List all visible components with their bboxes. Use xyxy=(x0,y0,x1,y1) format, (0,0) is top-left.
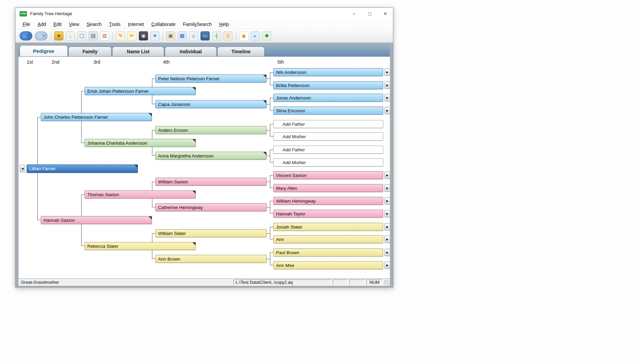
generation-label-5: 5th xyxy=(277,59,284,65)
tab-name-list[interactable]: Name List xyxy=(112,47,164,56)
person-box-ann-mee[interactable]: Ann Mee xyxy=(273,261,383,269)
person-box-hannah-taylor[interactable]: Hannah Taylor xyxy=(273,210,383,218)
expand-arrow-button[interactable]: ▶ xyxy=(385,197,390,205)
slideshow-icon: ▭ xyxy=(203,33,207,39)
menu-familysearch[interactable]: FamilySearch xyxy=(179,20,216,29)
arrow-right-icon: ▶ xyxy=(386,186,389,190)
minimize-button[interactable]: − xyxy=(346,8,362,20)
import-button[interactable]: ↓ xyxy=(66,31,75,40)
statusbar-panel xyxy=(349,279,365,285)
reports-button[interactable]: ▥ xyxy=(100,31,109,40)
clipboard-button[interactable]: ▣ xyxy=(166,31,175,40)
connector-stub xyxy=(267,79,270,79)
chart-view-button[interactable]: ┼ xyxy=(212,31,221,40)
person-box-ann[interactable]: Ann xyxy=(273,235,383,243)
open-file-button[interactable]: ▼ xyxy=(54,31,63,40)
expand-arrow-button[interactable]: ▶ xyxy=(385,184,390,192)
menu-view[interactable]: View xyxy=(65,20,83,29)
tab-individual[interactable]: Individual xyxy=(165,47,217,56)
person-box-nils-andersson[interactable]: Nils Andersson xyxy=(273,68,383,76)
add-mother-button[interactable]: Add Mother xyxy=(273,158,383,166)
expand-arrow-button[interactable]: ▶ xyxy=(385,68,390,76)
person-box-erick-johan-pettersson-farner[interactable]: Erick Johan Pettersson Farner xyxy=(85,87,196,95)
family-group-button[interactable]: ☺ xyxy=(189,31,198,40)
person-box-josiah-slater[interactable]: Josiah Slater xyxy=(273,223,383,231)
person-box-jonas-andersson[interactable]: Jonas Andersson xyxy=(273,94,383,102)
person-box-lillian-farner[interactable]: Lillian Farner xyxy=(27,164,138,173)
menu-help[interactable]: Help xyxy=(215,20,233,29)
print-preview-button[interactable]: ▢ xyxy=(77,31,86,40)
person-box-stina-ericsson[interactable]: Stina Ericsson xyxy=(273,107,383,115)
add-mother-button[interactable]: Add Mother xyxy=(273,132,383,141)
person-box-anna-margretha-andersson[interactable]: Anna Margretha Andersson xyxy=(155,152,267,160)
person-box-anders-ersson[interactable]: Anders Ersson xyxy=(155,126,267,134)
connector-stub xyxy=(267,233,270,234)
person-name: Cajsa Jonasson xyxy=(158,102,190,107)
person-box-rebecca-slater[interactable]: Rebecca Slater xyxy=(85,242,196,250)
person-name: Paul Brown xyxy=(276,250,299,255)
connector-bracket xyxy=(270,175,273,188)
slideshow-button[interactable]: ▭ xyxy=(201,31,210,40)
expand-arrow-button[interactable]: ▶ xyxy=(385,210,390,217)
person-box-britta-pettersson[interactable]: Britta Pettersson xyxy=(273,81,383,89)
person-box-william-slater[interactable]: William Slater xyxy=(155,229,267,237)
connector-bracket xyxy=(270,72,273,85)
calendar-button[interactable]: ▦ xyxy=(178,31,187,40)
expand-arrow-button[interactable]: ▶ xyxy=(385,94,390,101)
expand-arrow-button[interactable]: ▶ xyxy=(385,262,390,269)
menu-edit[interactable]: Edit xyxy=(50,20,65,29)
expand-arrow-button[interactable]: ▶ xyxy=(385,236,390,243)
arrow-left-icon: ◀ xyxy=(21,167,24,170)
close-button[interactable]: × xyxy=(377,8,393,20)
add-father-button[interactable]: Add Father xyxy=(273,146,383,154)
person-box-vincent-saxton[interactable]: Vincent Saxton xyxy=(273,171,383,179)
person-box-paul-brown[interactable]: Paul Brown xyxy=(273,248,383,256)
tab-family[interactable]: Family xyxy=(68,47,112,56)
person-box-ann-brown[interactable]: Ann Brown xyxy=(155,255,267,263)
add-father-button[interactable]: Add Father xyxy=(273,120,383,128)
notes-button[interactable]: ✏ xyxy=(127,31,136,40)
person-box-william-hemingway[interactable]: William Hemingway xyxy=(273,197,383,205)
familysearch-tree-button[interactable]: ♣ xyxy=(262,31,271,40)
person-box-cajsa-jonasson[interactable]: Cajsa Jonasson xyxy=(155,100,267,108)
window-title: Family Tree Heritage xyxy=(30,11,72,16)
back-button[interactable]: ←▼ xyxy=(20,31,32,40)
person-box-mary-allen[interactable]: Mary Allen xyxy=(273,184,383,192)
media-button[interactable]: ◉ xyxy=(139,31,148,40)
person-box-hannah-saxton[interactable]: Hannah Saxton xyxy=(41,216,152,224)
maximize-button[interactable]: □ xyxy=(362,8,377,20)
edit-person-button[interactable]: ✎ xyxy=(116,31,125,40)
notes-dogear-icon xyxy=(192,87,195,90)
expand-arrow-button[interactable]: ▶ xyxy=(385,249,390,256)
person-name: William Hemingway xyxy=(276,199,316,204)
navigate-left-button[interactable]: ◀ xyxy=(20,165,25,172)
tab-timeline[interactable]: Timeline xyxy=(217,47,265,56)
expand-arrow-button[interactable]: ▶ xyxy=(385,82,390,89)
menu-search[interactable]: Search xyxy=(83,20,105,29)
person-box-johanna-charlotta-andersson[interactable]: Johanna Charlotta Andersson xyxy=(85,139,196,147)
person-box-john-charles-pettersson-farner[interactable]: John Charles Pettersson Farner xyxy=(41,113,152,121)
menu-collaborate[interactable]: Collaborate xyxy=(148,20,179,29)
menu-tools[interactable]: Tools xyxy=(105,20,124,29)
forward-button[interactable]: →▼ xyxy=(35,31,48,40)
menu-add[interactable]: Add xyxy=(34,20,50,29)
person-box-catherine-hemingway[interactable]: Catherine Hemingway xyxy=(155,203,267,211)
expand-arrow-button[interactable]: ▶ xyxy=(385,107,390,114)
print-button[interactable]: ▤ xyxy=(89,31,98,40)
home-button[interactable]: ⌂ xyxy=(223,31,233,40)
tab-pedigree[interactable]: Pedigree xyxy=(20,45,68,56)
menu-file[interactable]: File xyxy=(19,20,34,29)
person-name: Vincent Saxton xyxy=(276,173,307,178)
add-person-button[interactable]: + xyxy=(150,31,159,40)
calendar-icon: ▦ xyxy=(180,33,184,39)
person-box-thomas-saxton[interactable]: Thomas Saxton xyxy=(85,190,196,199)
expand-arrow-button[interactable]: ▶ xyxy=(385,172,390,179)
person-box-william-saxton[interactable]: William Saxton xyxy=(155,178,267,186)
publish-button[interactable]: ◆ xyxy=(239,31,248,40)
person-box-peter-neilson-peterson-farner[interactable]: Peter Neilson Peterson Farner xyxy=(155,74,267,83)
resize-grip-icon[interactable] xyxy=(384,280,389,285)
menu-internet[interactable]: Internet xyxy=(124,20,148,29)
expand-arrow-button[interactable]: ▶ xyxy=(385,223,390,231)
web-button[interactable]: ◐ xyxy=(251,31,260,40)
print-icon: ▤ xyxy=(91,33,95,39)
